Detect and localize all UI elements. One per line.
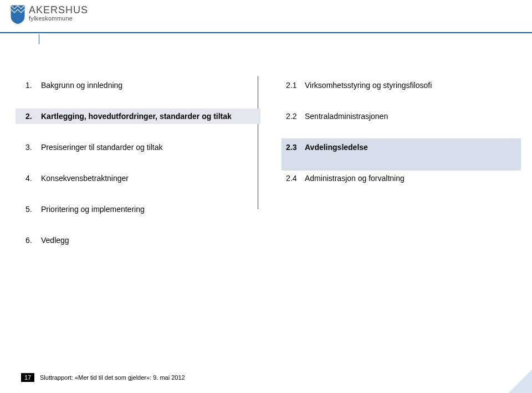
toc-num: 2.2 xyxy=(286,112,305,121)
toc-item-6: 6. Vedlegg xyxy=(22,232,260,248)
toc-item-3: 3. Presiseringer til standarder og tilta… xyxy=(22,139,260,155)
logo-text: AKERSHUS fylkeskommune xyxy=(29,4,88,22)
toc-label: Sentraladministrasjonen xyxy=(305,112,388,121)
sub-item-2-4: 2.4 Administrasjon og forvaltning xyxy=(283,170,510,186)
toc-label: Bakgrunn og innledning xyxy=(41,81,122,90)
footer: 17 Sluttrapport: «Mer tid til det som gj… xyxy=(21,373,185,382)
toc-item-4: 4. Konsekvensbetraktninger xyxy=(22,170,260,186)
shield-icon xyxy=(10,4,25,24)
logo: AKERSHUS fylkeskommune xyxy=(10,4,88,24)
toc-label: Vedlegg xyxy=(41,236,69,245)
sub-item-2-1: 2.1 Virksomhetsstyring og styringsfiloso… xyxy=(283,77,510,93)
toc-num: 2. xyxy=(25,112,41,121)
toc-item-5: 5. Prioritering og implementering xyxy=(22,201,260,217)
toc-label: Presiseringer til standarder og tiltak xyxy=(41,143,162,152)
toc-num: 5. xyxy=(25,205,41,214)
toc-num: 1. xyxy=(25,81,41,90)
page-number: 17 xyxy=(21,373,34,382)
corner-decoration xyxy=(499,360,532,393)
toc-item-1: 1. Bakgrunn og innledning xyxy=(22,77,260,93)
toc-item-2: 2. Kartlegging, hovedutfordringer, stand… xyxy=(16,108,260,124)
toc-num: 2.4 xyxy=(286,174,305,183)
toc-num: 2.3 xyxy=(286,143,305,152)
header-rule xyxy=(0,32,532,33)
header-rule-tick xyxy=(39,34,43,44)
toc-right-column: 2.1 Virksomhetsstyring og styringsfiloso… xyxy=(283,77,510,201)
footer-text: Sluttrapport: «Mer tid til det som gjeld… xyxy=(40,374,185,381)
header: AKERSHUS fylkeskommune xyxy=(0,0,532,40)
toc-label: Kartlegging, hovedutfordringer, standard… xyxy=(41,112,232,121)
toc-num: 4. xyxy=(25,174,41,183)
toc-label: Administrasjon og forvaltning xyxy=(305,174,405,183)
sub-item-2-2: 2.2 Sentraladministrasjonen xyxy=(283,108,510,124)
toc-num: 3. xyxy=(25,143,41,152)
toc-label: Avdelingsledelse xyxy=(305,143,368,152)
toc-label: Prioritering og implementering xyxy=(41,205,145,214)
logo-title: AKERSHUS xyxy=(29,4,88,16)
slide-page: AKERSHUS fylkeskommune 1. Bakgrunn og in… xyxy=(0,0,532,393)
content: 1. Bakgrunn og innledning 2. Kartlegging… xyxy=(22,77,510,263)
toc-label: Konsekvensbetraktninger xyxy=(41,174,129,183)
logo-subtitle: fylkeskommune xyxy=(29,15,88,22)
sub-item-2-3: 2.3 Avdelingsledelse xyxy=(283,139,510,155)
toc-num: 2.1 xyxy=(286,81,305,90)
toc-num: 6. xyxy=(25,236,41,245)
toc-label: Virksomhetsstyring og styringsfilosofi xyxy=(305,81,432,90)
toc-left-column: 1. Bakgrunn og innledning 2. Kartlegging… xyxy=(22,77,260,263)
